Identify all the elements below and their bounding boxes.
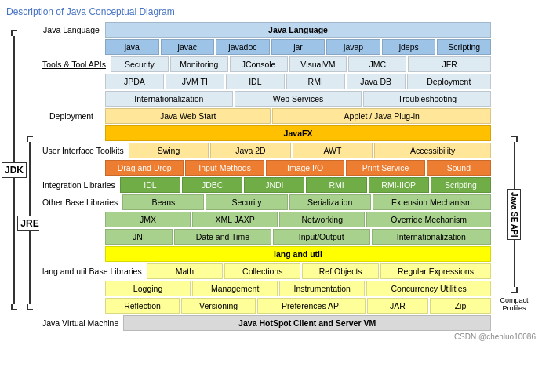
- jvm-cell: Java HotSpot Client and Server VM: [123, 315, 491, 331]
- java2d-cell: Java 2D: [210, 143, 291, 158]
- jdeps-cell: jdeps: [382, 39, 436, 55]
- jdbc-cell: JDBC: [182, 177, 242, 193]
- row-deployment: Deployment Java Web Start Applet / Java …: [39, 108, 491, 124]
- empty-label-6: [39, 212, 104, 227]
- xmljaxp-cell: XML JAXP: [192, 212, 278, 227]
- imageio-cell: Image I/O: [266, 160, 344, 176]
- swing-cell: Swing: [129, 143, 209, 158]
- page-title: Description of Java Conceptual Diagram: [6, 6, 536, 17]
- zip-cell: Zip: [430, 298, 491, 314]
- serialization-cell: Serialization: [289, 194, 371, 210]
- idl-cell-2: IDL: [120, 177, 180, 193]
- jdk-bracket: JDK: [6, 22, 22, 331]
- ref-objects-cell: Ref Objects: [302, 263, 378, 279]
- scripting-cell-1: Scripting: [437, 39, 491, 55]
- awt-cell: AWT: [293, 143, 373, 158]
- empty-label-10: [39, 298, 104, 314]
- idl-cell-1: IDL: [226, 74, 285, 89]
- row-lang-header: lang and util: [39, 246, 491, 262]
- integration-label: Integration Libraries: [39, 177, 118, 193]
- beans-cell: Beans: [122, 194, 204, 210]
- javap-cell: javap: [326, 39, 380, 55]
- i18n-cell: Internationalization: [105, 91, 233, 107]
- versioning-cell: Versioning: [181, 298, 256, 314]
- watermark: CSDN @chenluo10086: [6, 332, 536, 341]
- empty-label-2: [39, 74, 104, 89]
- row-ui-2: Drag and Drop Input Methods Image I/O Pr…: [39, 160, 491, 176]
- security-cell-1: Security: [111, 56, 169, 72]
- java-web-start-cell: Java Web Start: [105, 108, 271, 124]
- collections-cell: Collections: [224, 263, 300, 279]
- java-language-header: Java Language: [105, 22, 491, 38]
- java-language-label: Java Language: [39, 22, 104, 38]
- ui-toolkits-label: User Interface Toolkits: [39, 143, 127, 158]
- instrumentation-cell: Instrumentation: [279, 281, 365, 296]
- logging-cell: Logging: [105, 281, 191, 296]
- row-ui-1: User Interface Toolkits Swing Java 2D AW…: [39, 143, 491, 158]
- accessibility-cell: Accessibility: [374, 143, 491, 158]
- i18n-cell-2: Internationalization: [372, 229, 491, 245]
- row-lang-3: Reflection Versioning Preferences API JA…: [39, 298, 491, 314]
- empty-label-4: [39, 125, 104, 141]
- javadoc-cell: javadoc: [216, 39, 270, 55]
- diagram-container: Description of Java Conceptual Diagram J…: [0, 0, 542, 347]
- row-javafx: JavaFX: [39, 125, 491, 141]
- row-java-tools: java javac javadoc jar javap jdeps Scrip…: [39, 39, 491, 55]
- empty-label-3: [39, 91, 104, 107]
- row-other-3: JNI Date and Time Input/Output Internati…: [39, 229, 491, 245]
- networking-cell: Networking: [279, 212, 365, 227]
- row-java-language-header: Java Language Java Language: [39, 22, 491, 38]
- java-cell: java: [105, 39, 159, 55]
- rmi-iiop-cell: RMI-IIOP: [369, 177, 429, 193]
- jmc-cell: JMC: [348, 56, 406, 72]
- jndi-cell: JNDI: [244, 177, 304, 193]
- inputoutput-cell: Input/Output: [273, 229, 370, 245]
- row-tools-2: JPDA JVM TI IDL RMI Java DB Deployment: [39, 74, 491, 89]
- row-jvm: Java Virtual Machine Java HotSpot Client…: [39, 315, 491, 331]
- empty-label-8: [39, 246, 104, 262]
- main-content: Java Language Java Language java javac j…: [39, 22, 491, 331]
- javafx-cell: JavaFX: [105, 125, 491, 141]
- security-cell-2: Security: [206, 194, 287, 210]
- datetime-cell: Date and Time: [174, 229, 271, 245]
- javadb-cell: Java DB: [347, 74, 406, 89]
- prefs-cell: Preferences API: [257, 298, 366, 314]
- management-cell: Management: [192, 281, 278, 296]
- empty-label-9: [39, 281, 104, 296]
- tools-label: Tools & Tool APIs: [39, 56, 109, 72]
- regex-cell: Regular Expressions: [380, 263, 491, 279]
- visualvm-cell: VisualVM: [289, 56, 347, 72]
- empty-label-1: [39, 39, 104, 55]
- extension-cell: Extension Mechanism: [373, 194, 491, 210]
- monitoring-cell: Monitoring: [170, 56, 228, 72]
- other-label: Other Base Libraries: [39, 194, 121, 210]
- row-i18n: Internationalization Web Services Troubl…: [39, 91, 491, 107]
- webservices-cell: Web Services: [235, 91, 362, 107]
- java-se-api-label: Java SE API: [507, 189, 521, 240]
- jvm-label: Java Virtual Machine: [39, 315, 122, 331]
- row-lang-1: lang and util Base Libraries Math Collec…: [39, 263, 491, 279]
- reflection-cell: Reflection: [105, 298, 180, 314]
- right-side: Java SE API Compact Profiles: [493, 22, 536, 331]
- row-other-1: Other Base Libraries Beans Security Seri…: [39, 194, 491, 210]
- jni-cell: JNI: [105, 229, 173, 245]
- javac-cell: javac: [161, 39, 215, 55]
- jvmti-cell: JVM TI: [166, 74, 224, 89]
- compact-profiles-label: Compact Profiles: [493, 296, 536, 312]
- print-service-cell: Print Service: [346, 160, 424, 176]
- deployment-cell-1: Deployment: [407, 74, 491, 89]
- lang-util-header: lang and util: [105, 246, 491, 262]
- drag-drop-cell: Drag and Drop: [105, 160, 184, 176]
- jar-cell: jar: [271, 39, 326, 55]
- row-other-2: JMX XML JAXP Networking Override Mechani…: [39, 212, 491, 227]
- jar-cell-2: JAR: [367, 298, 428, 314]
- jre-bracket: JRE: [22, 22, 38, 331]
- sound-cell: Sound: [427, 160, 491, 176]
- override-cell: Override Mechanism: [366, 212, 491, 227]
- row-tools-1: Tools & Tool APIs Security Monitoring JC…: [39, 56, 491, 72]
- jconsole-cell: JConsole: [230, 56, 288, 72]
- rmi-cell-2: RMI: [306, 177, 366, 193]
- deployment-label: Deployment: [39, 108, 104, 124]
- concurrency-cell: Concurrency Utilities: [366, 281, 491, 296]
- jfr-cell: JFR: [408, 56, 491, 72]
